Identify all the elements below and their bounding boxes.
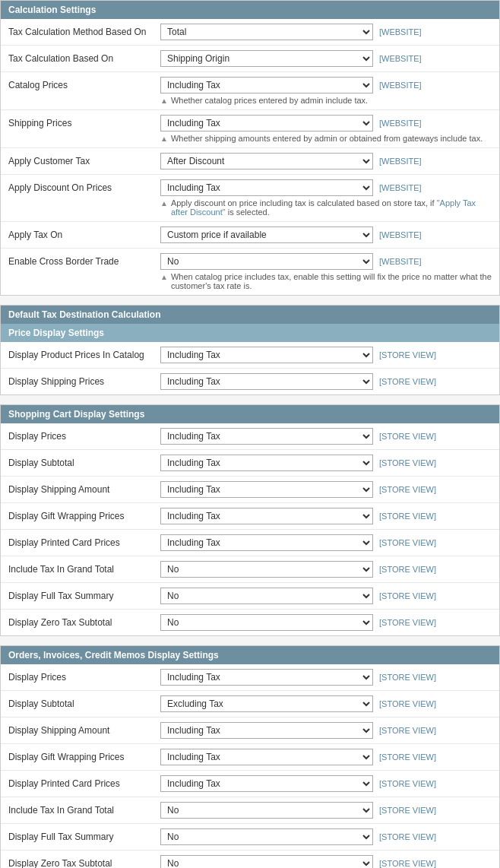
field-oi-display-subtotal: Display Subtotal Excluding Tax Including…	[1, 691, 499, 718]
control-sc-display-gift-wrapping: Excluding Tax Including Tax Including an…	[160, 508, 492, 524]
link-sc-display-gift-wrapping[interactable]: [STORE VIEW]	[379, 512, 436, 521]
control-tax-calc-based-on: Shipping Origin Billing Address Shipping…	[160, 50, 492, 67]
link-tax-calc-based-on[interactable]: [WEBSITE]	[379, 54, 422, 63]
select-sc-display-prices[interactable]: Excluding Tax Including Tax Including an…	[160, 428, 373, 445]
select-apply-discount-on-prices[interactable]: Excluding Tax Including Tax	[160, 179, 373, 196]
link-catalog-prices[interactable]: [WEBSITE]	[379, 81, 422, 90]
control-sc-display-prices: Excluding Tax Including Tax Including an…	[160, 428, 492, 445]
link-sc-display-full-tax-summary[interactable]: [STORE VIEW]	[379, 591, 436, 600]
control-oi-display-subtotal: Excluding Tax Including Tax Including an…	[160, 695, 492, 712]
hint-msg-catalog-prices: Whether catalog prices entered by admin …	[171, 96, 368, 105]
label-tax-calc-method: Tax Calculation Method Based On	[8, 24, 160, 37]
label-shipping-prices: Shipping Prices	[8, 115, 160, 128]
link-display-product-prices-catalog[interactable]: [STORE VIEW]	[379, 350, 436, 360]
calculation-settings-header: Calculation Settings	[1, 1, 499, 19]
hint-triangle-icon-4: ▲	[160, 273, 168, 281]
control-oi-display-full-tax-summary: Yes No [STORE VIEW]	[160, 828, 492, 845]
calculation-settings-section: Calculation Settings Tax Calculation Met…	[0, 0, 500, 296]
field-display-product-prices-catalog: Display Product Prices In Catalog Exclud…	[1, 342, 499, 369]
label-oi-display-printed-card: Display Printed Card Prices	[8, 775, 160, 789]
link-apply-discount-on-prices[interactable]: [WEBSITE]	[379, 183, 422, 192]
link-oi-display-prices[interactable]: [STORE VIEW]	[379, 673, 436, 682]
select-sc-display-subtotal[interactable]: Excluding Tax Including Tax Including an…	[160, 455, 373, 471]
select-sc-display-shipping[interactable]: Excluding Tax Including Tax Including an…	[160, 481, 373, 498]
select-sc-display-zero-tax-subtotal[interactable]: Yes No	[160, 614, 373, 631]
control-oi-display-zero-tax-subtotal: Yes No [STORE VIEW]	[160, 855, 492, 868]
link-tax-calc-method[interactable]: [WEBSITE]	[379, 27, 422, 36]
link-oi-display-shipping[interactable]: [STORE VIEW]	[379, 726, 436, 735]
label-oi-display-shipping: Display Shipping Amount	[8, 722, 160, 736]
select-display-product-prices-catalog[interactable]: Excluding Tax Including Tax Including an…	[160, 347, 373, 363]
label-oi-display-zero-tax-subtotal: Display Zero Tax Subtotal	[8, 855, 160, 868]
field-oi-display-zero-tax-subtotal: Display Zero Tax Subtotal Yes No [STORE …	[1, 851, 499, 868]
hint-triangle-icon: ▲	[160, 97, 168, 105]
select-sc-display-gift-wrapping[interactable]: Excluding Tax Including Tax Including an…	[160, 508, 373, 524]
field-apply-customer-tax: Apply Customer Tax Before Discount After…	[1, 148, 499, 175]
shopping-cart-display-section: Shopping Cart Display Settings Display P…	[0, 404, 500, 636]
label-sc-display-zero-tax-subtotal: Display Zero Tax Subtotal	[8, 614, 160, 628]
label-apply-customer-tax: Apply Customer Tax	[8, 153, 160, 166]
default-tax-destination-header: Default Tax Destination Calculation	[1, 306, 499, 324]
link-apply-tax-on[interactable]: [WEBSITE]	[379, 230, 422, 239]
label-tax-calc-based-on: Tax Calculation Based On	[8, 50, 160, 64]
label-sc-display-printed-card: Display Printed Card Prices	[8, 534, 160, 548]
select-oi-display-printed-card[interactable]: Excluding Tax Including Tax Including an…	[160, 775, 373, 792]
link-oi-display-full-tax-summary[interactable]: [STORE VIEW]	[379, 832, 436, 841]
link-cross-border-trade[interactable]: [WEBSITE]	[379, 257, 422, 266]
control-sc-display-full-tax-summary: Yes No [STORE VIEW]	[160, 588, 492, 604]
field-catalog-prices: Catalog Prices Excluding Tax Including T…	[1, 72, 499, 110]
field-sc-display-gift-wrapping: Display Gift Wrapping Prices Excluding T…	[1, 503, 499, 530]
select-apply-tax-on[interactable]: Custom price if available Original price…	[160, 227, 373, 243]
field-oi-display-printed-card: Display Printed Card Prices Excluding Ta…	[1, 771, 499, 797]
select-oi-include-tax-grand-total[interactable]: Yes No	[160, 802, 373, 819]
field-tax-calc-based-on: Tax Calculation Based On Shipping Origin…	[1, 46, 499, 72]
link-sc-display-zero-tax-subtotal[interactable]: [STORE VIEW]	[379, 618, 436, 627]
hint-msg-cross-border-trade: When catalog price includes tax, enable …	[171, 272, 492, 290]
select-oi-display-gift-wrapping[interactable]: Excluding Tax Including Tax Including an…	[160, 749, 373, 765]
link-sc-display-shipping[interactable]: [STORE VIEW]	[379, 485, 436, 494]
select-sc-display-printed-card[interactable]: Excluding Tax Including Tax Including an…	[160, 534, 373, 551]
select-display-shipping-prices-pds[interactable]: Excluding Tax Including Tax Including an…	[160, 373, 373, 390]
select-tax-calc-method[interactable]: Unit Price Row Total Total	[160, 24, 373, 40]
shopping-cart-display-header: Shopping Cart Display Settings	[1, 405, 499, 423]
link-sc-display-subtotal[interactable]: [STORE VIEW]	[379, 458, 436, 467]
hint-shipping-prices: ▲ Whether shipping amounts entered by ad…	[160, 134, 492, 143]
link-oi-display-subtotal[interactable]: [STORE VIEW]	[379, 699, 436, 708]
select-oi-display-prices[interactable]: Excluding Tax Including Tax Including an…	[160, 669, 373, 686]
select-oi-display-zero-tax-subtotal[interactable]: Yes No	[160, 855, 373, 868]
link-oi-display-gift-wrapping[interactable]: [STORE VIEW]	[379, 752, 436, 762]
hint-msg-shipping-prices: Whether shipping amounts entered by admi…	[171, 134, 483, 143]
link-apply-customer-tax[interactable]: [WEBSITE]	[379, 157, 422, 166]
price-display-settings-header: Price Display Settings	[1, 324, 499, 342]
label-oi-display-subtotal: Display Subtotal	[8, 695, 160, 709]
select-apply-customer-tax[interactable]: Before Discount After Discount	[160, 153, 373, 169]
select-tax-calc-based-on[interactable]: Shipping Origin Billing Address Shipping…	[160, 50, 373, 67]
select-oi-display-full-tax-summary[interactable]: Yes No	[160, 828, 373, 845]
field-oi-display-gift-wrapping: Display Gift Wrapping Prices Excluding T…	[1, 744, 499, 771]
label-sc-display-shipping: Display Shipping Amount	[8, 481, 160, 495]
link-sc-display-printed-card[interactable]: [STORE VIEW]	[379, 538, 436, 547]
default-tax-destination-section: Default Tax Destination Calculation Pric…	[0, 305, 500, 395]
link-oi-display-printed-card[interactable]: [STORE VIEW]	[379, 779, 436, 788]
select-sc-include-tax-grand-total[interactable]: Yes No	[160, 561, 373, 578]
field-sc-display-subtotal: Display Subtotal Excluding Tax Including…	[1, 450, 499, 477]
link-sc-include-tax-grand-total[interactable]: [STORE VIEW]	[379, 565, 436, 574]
select-sc-display-full-tax-summary[interactable]: Yes No	[160, 588, 373, 604]
select-cross-border-trade[interactable]: Yes No	[160, 253, 373, 270]
control-shipping-prices: Excluding Tax Including Tax [WEBSITE] ▲ …	[160, 115, 492, 143]
select-catalog-prices[interactable]: Excluding Tax Including Tax	[160, 77, 373, 93]
link-display-shipping-prices-pds[interactable]: [STORE VIEW]	[379, 377, 436, 386]
field-oi-include-tax-grand-total: Include Tax In Grand Total Yes No [STORE…	[1, 797, 499, 824]
label-sc-display-subtotal: Display Subtotal	[8, 455, 160, 468]
link-shipping-prices[interactable]: [WEBSITE]	[379, 119, 422, 128]
select-oi-display-subtotal[interactable]: Excluding Tax Including Tax Including an…	[160, 695, 373, 712]
link-oi-include-tax-grand-total[interactable]: [STORE VIEW]	[379, 806, 436, 815]
link-oi-display-zero-tax-subtotal[interactable]: [STORE VIEW]	[379, 859, 436, 868]
field-sc-display-full-tax-summary: Display Full Tax Summary Yes No [STORE V…	[1, 583, 499, 610]
link-sc-display-prices[interactable]: [STORE VIEW]	[379, 432, 436, 441]
field-apply-discount-on-prices: Apply Discount On Prices Excluding Tax I…	[1, 175, 499, 222]
field-tax-calc-method: Tax Calculation Method Based On Unit Pri…	[1, 19, 499, 46]
select-oi-display-shipping[interactable]: Excluding Tax Including Tax Including an…	[160, 722, 373, 739]
field-oi-display-prices: Display Prices Excluding Tax Including T…	[1, 664, 499, 691]
select-shipping-prices[interactable]: Excluding Tax Including Tax	[160, 115, 373, 131]
